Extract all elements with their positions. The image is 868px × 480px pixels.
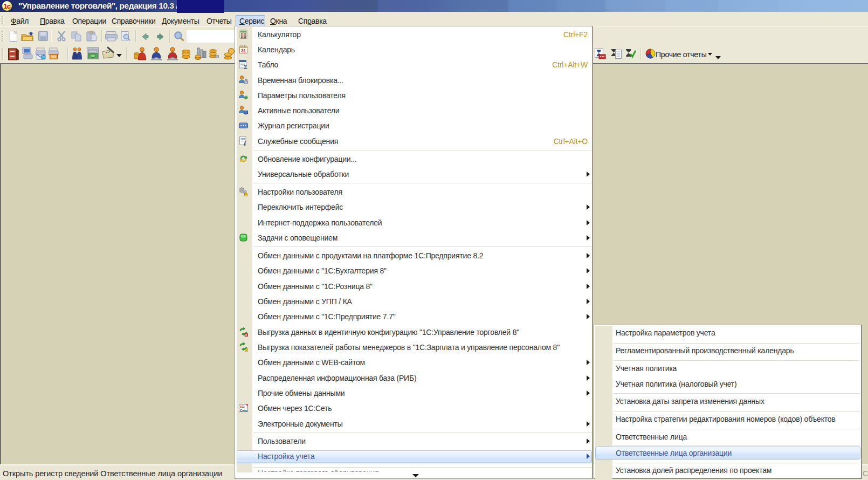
svg-text:1C:: 1C: <box>240 405 245 408</box>
svg-text:Сеть: Сеть <box>240 409 247 412</box>
svg-text:Σ: Σ <box>244 64 247 70</box>
svg-text:31: 31 <box>241 48 246 53</box>
